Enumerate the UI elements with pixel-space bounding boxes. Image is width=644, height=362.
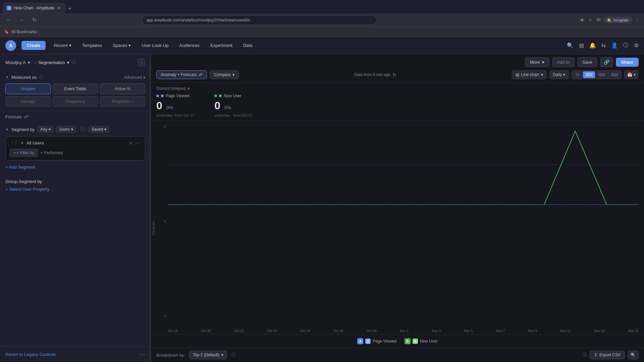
menu-icon[interactable]: ⋮ [635, 17, 640, 23]
filter-by-button[interactable]: + + Filter by [10, 149, 38, 157]
browser-tab[interactable]: A New Chart - Amplitude ✕ [3, 3, 65, 13]
uniques-button[interactable]: Uniques [5, 83, 51, 94]
save-button[interactable]: Save [577, 57, 597, 67]
metrics-row: Current Uniques ▾ Page Viewed 0 [151, 83, 644, 121]
help-icon[interactable]: ⓘ [623, 42, 629, 49]
event-totals-button[interactable]: Event Totals [53, 83, 98, 94]
star-icon[interactable]: ★ [580, 17, 584, 23]
measured-as-info-icon[interactable]: ⓘ [39, 74, 43, 80]
search-table-button[interactable]: 🔍 [628, 351, 639, 359]
chart-type-selector[interactable]: ∕ Segmentation ▾ [36, 60, 69, 65]
collapse-panel-button[interactable]: ‹ [138, 58, 145, 66]
compare-button[interactable]: Compare ▾ [210, 70, 239, 79]
group-segment-section: Group Segment by + Select User Property [0, 175, 151, 196]
saved-dropdown[interactable]: Saved ▾ [89, 126, 109, 133]
properties-button[interactable]: Properties ▾ [100, 96, 145, 107]
bell-icon[interactable]: ✉ [596, 17, 601, 23]
users-dropdown[interactable]: Users ▾ [56, 126, 76, 133]
bookmarks-bar: 🔖 All Bookmarks [0, 27, 644, 37]
formula-icon[interactable]: ☍ [24, 114, 29, 119]
new-user-period: yesterday [214, 113, 230, 117]
nav-recent[interactable]: Recent ▾ [51, 42, 74, 49]
settings-icon[interactable]: ⚙ [634, 42, 639, 49]
x-label-nov11: Nov 11 [560, 329, 571, 333]
tab-close-button[interactable]: ✕ [57, 5, 61, 11]
30d-button[interactable]: 30d [583, 71, 595, 78]
segment-close-button[interactable]: ✕ [129, 140, 133, 146]
section-toggle-icon[interactable]: ▼ [5, 75, 9, 79]
user-icon[interactable]: 👤 [611, 42, 618, 49]
chevron-icon: ▾ [71, 127, 73, 132]
workspace-selector[interactable]: Moodjoy A ▾ [5, 60, 30, 65]
nav-user-lookup[interactable]: User Look-Up [139, 42, 171, 49]
segment-section: ▼ Segment by Any ▾ Users ▾ ⓘ Saved ▾ [0, 122, 151, 175]
address-bar[interactable]: app.amplitude.com/analytics/moodjoy2/cha… [142, 15, 377, 25]
x-label-nov7: Nov 7 [496, 329, 505, 333]
breakdown-info-icon[interactable]: ⓘ [231, 352, 235, 358]
advanced-button[interactable]: Advanced ▾ [124, 75, 145, 80]
copy-link-button[interactable]: 🔗 [600, 57, 613, 67]
90d-button[interactable]: 90d [608, 71, 621, 78]
anomaly-forecast-button[interactable]: Anomaly + Forecast ☍ [156, 70, 207, 79]
chart-toolbar: Anomaly + Forecast ☍ Compare ▾ Data from… [151, 67, 644, 83]
bottom-info-icon[interactable]: ⓘ [583, 352, 587, 358]
add-to-button[interactable]: Add to [552, 57, 575, 67]
bookmarks-icon: 🔖 [4, 29, 9, 34]
average-button[interactable]: Average [5, 96, 51, 107]
x-label-nov9: Nov 9 [528, 329, 537, 333]
analytics-icon[interactable]: ▤ [579, 42, 584, 49]
export-csv-button[interactable]: ↥ Export CSV [590, 351, 625, 359]
all-users-segment-card: ⋮⋮ ▼ All Users ✕ ⋯ + + Filter by + Perfo… [5, 136, 145, 161]
incognito-icon: 🕵 [607, 18, 611, 22]
frequency-button[interactable]: Frequency [53, 96, 98, 107]
7d-button[interactable]: 7d [573, 71, 582, 78]
revert-button[interactable]: Revert to Legacy Controls [5, 352, 56, 357]
create-button[interactable]: Create [21, 41, 46, 50]
sync-icon[interactable]: ⇆ [601, 42, 606, 49]
anomaly-icon: ☍ [199, 72, 203, 77]
daily-button[interactable]: Daily ▾ [549, 70, 569, 79]
notification-icon[interactable]: 🔔 [589, 42, 596, 49]
y-label-0: 0 [164, 314, 166, 318]
select-user-property-button[interactable]: + Select User Property [5, 187, 145, 192]
current-uniques-selector[interactable]: Current Uniques ▾ [156, 86, 639, 91]
legend-new-user[interactable]: B A New User [405, 338, 438, 344]
line-chart-button[interactable]: ▤ Line chart ▾ [512, 70, 547, 79]
active-pct-button[interactable]: Active % [100, 83, 145, 94]
segment-info-icon[interactable]: ⓘ [80, 126, 85, 132]
expand-toggle-icon[interactable]: ▼ [20, 141, 24, 145]
refresh-button[interactable]: ↻ [30, 15, 39, 25]
calendar-button[interactable]: 📅 ▾ [624, 70, 639, 79]
segment-more-button[interactable]: ⋯ [136, 140, 141, 146]
more-button[interactable]: More ▾ [525, 57, 549, 67]
refresh-icon[interactable]: ↻ [392, 72, 396, 77]
scrollbar[interactable] [149, 54, 151, 362]
nav-templates[interactable]: Templates [79, 42, 105, 49]
x-label-nov13: Nov 13 [594, 329, 605, 333]
page-viewed-metric: Page Viewed 0 0% yesterday from Oct 17 [156, 94, 194, 117]
back-button[interactable]: ← [4, 15, 13, 25]
extension-icon[interactable]: ◾ [587, 17, 594, 23]
drag-handle-icon[interactable]: ⋮⋮ [10, 141, 18, 145]
legend-page-viewed[interactable]: A A Page Viewed [357, 338, 396, 344]
info-icon[interactable]: ⓘ [71, 59, 76, 65]
legend-b-letter: B [405, 338, 411, 344]
nav-experiment[interactable]: Experiment [208, 42, 235, 49]
new-tab-button[interactable]: + [65, 4, 74, 13]
segment-toggle-icon[interactable]: ▼ [5, 128, 9, 131]
any-dropdown[interactable]: Any ▾ [37, 126, 54, 133]
share-button[interactable]: Share [616, 58, 639, 67]
60d-button[interactable]: 60d [596, 71, 608, 78]
amplitude-logo[interactable]: A [5, 40, 16, 51]
bottom-right: ⓘ ↥ Export CSV 🔍 [583, 351, 639, 359]
search-icon[interactable]: 🔍 [567, 42, 574, 49]
forward-button[interactable]: → [17, 15, 26, 25]
data-freshness: Data from 8 min ago ↻ [354, 72, 397, 77]
nav-audiences[interactable]: Audiences [177, 42, 203, 49]
performed-button[interactable]: + Performed [41, 150, 63, 155]
add-segment-button[interactable]: + Add Segment [5, 163, 145, 171]
more-options-button[interactable]: ⋯ [139, 351, 145, 358]
nav-data[interactable]: Data [240, 42, 255, 49]
breakdown-select[interactable]: Top 2 (Default) ▾ [189, 351, 227, 359]
nav-spaces[interactable]: Spaces ▾ [110, 42, 133, 49]
